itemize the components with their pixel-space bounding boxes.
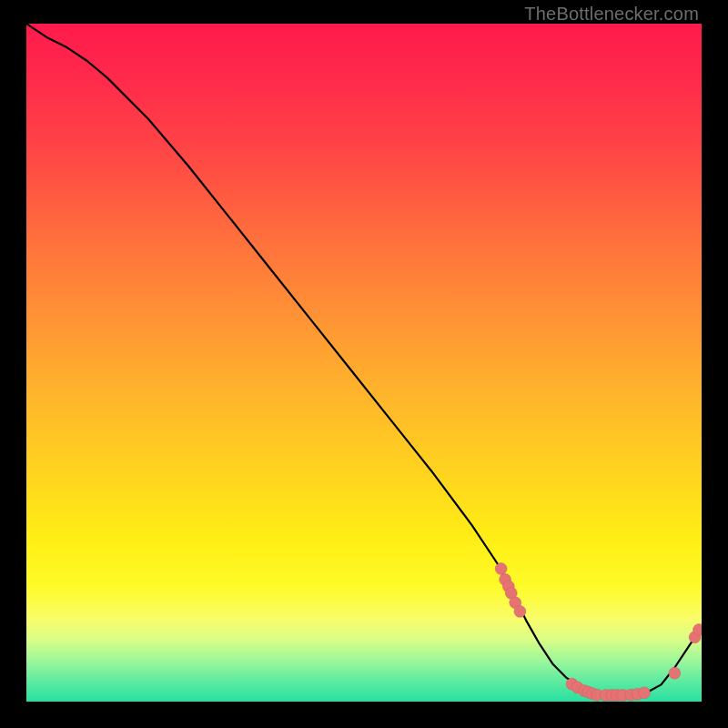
bottleneck-curve xyxy=(26,24,702,695)
watermark-text: TheBottlenecker.com xyxy=(524,4,699,25)
chart-svg xyxy=(26,24,702,702)
chart-stage: TheBottlenecker.com xyxy=(0,0,728,728)
data-points-group xyxy=(495,563,702,702)
data-point xyxy=(669,667,681,679)
chart-plot-area xyxy=(26,24,702,702)
data-point xyxy=(495,563,507,575)
data-point xyxy=(514,606,526,618)
data-point xyxy=(639,687,651,699)
